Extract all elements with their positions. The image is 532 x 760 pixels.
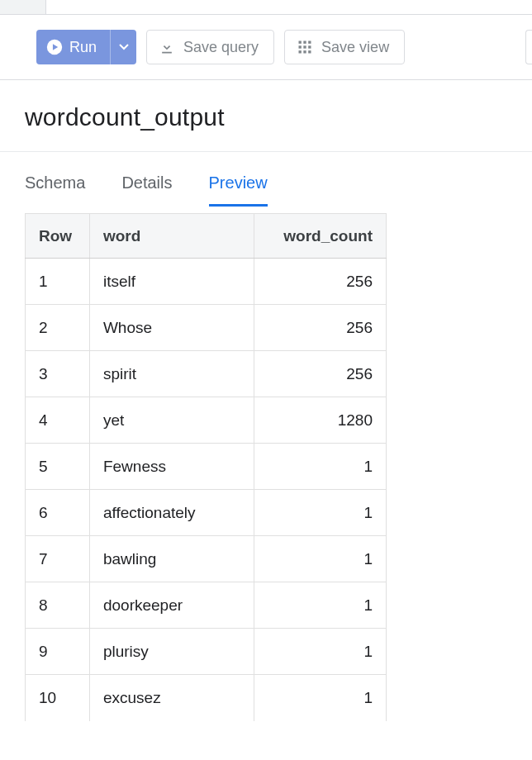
header-word-count: word_count: [254, 214, 387, 259]
table-row: 8doorkeeper1: [26, 582, 387, 629]
cell-word-count: 1280: [254, 397, 387, 444]
run-dropdown-button[interactable]: [110, 30, 136, 64]
svg-rect-9: [308, 50, 311, 53]
cell-word-count: 1: [254, 444, 387, 490]
run-button-group: Run: [36, 30, 136, 64]
tab-details[interactable]: Details: [121, 173, 172, 207]
play-icon: [46, 39, 63, 55]
svg-rect-1: [299, 41, 302, 44]
svg-rect-8: [303, 50, 306, 53]
save-view-button[interactable]: Save view: [284, 30, 405, 64]
tab-preview[interactable]: Preview: [209, 173, 268, 207]
table-row: 5Fewness1: [26, 444, 387, 490]
cell-row: 10: [26, 675, 90, 721]
cell-word: bawling: [89, 536, 254, 582]
table-row: 4yet1280: [26, 397, 387, 444]
cell-row: 4: [26, 397, 90, 444]
cell-word: affectionately: [89, 490, 254, 536]
svg-rect-6: [308, 45, 311, 48]
cell-word-count: 256: [254, 259, 387, 305]
preview-table: Row word word_count 1itself2562Whose2563…: [25, 213, 387, 721]
caret-down-icon: [119, 44, 129, 50]
cell-row: 3: [26, 351, 90, 397]
header-word: word: [89, 214, 254, 259]
cell-word: spirit: [89, 351, 254, 397]
save-query-button[interactable]: Save query: [146, 30, 274, 64]
run-button-label: Run: [69, 39, 97, 56]
table-row: 3spirit256: [26, 351, 387, 397]
cell-row: 6: [26, 490, 90, 536]
tab-stub[interactable]: [0, 0, 46, 14]
cell-word-count: 1: [254, 536, 387, 582]
download-icon: [159, 39, 175, 55]
svg-rect-7: [299, 50, 302, 53]
table-row: 6affectionately1: [26, 490, 387, 536]
table-row: 10excusez1: [26, 675, 387, 721]
cell-word: excusez: [89, 675, 254, 721]
cell-row: 5: [26, 444, 90, 490]
svg-rect-2: [303, 41, 306, 44]
cell-word: doorkeeper: [89, 582, 254, 629]
save-query-label: Save query: [183, 39, 259, 56]
cell-word-count: 256: [254, 305, 387, 351]
cell-word-count: 1: [254, 629, 387, 675]
table-header-row: Row word word_count: [26, 214, 387, 259]
run-button[interactable]: Run: [36, 30, 110, 64]
cell-word-count: 1: [254, 675, 387, 721]
query-toolbar: Run Save query Save view: [0, 15, 532, 80]
cell-row: 8: [26, 582, 90, 629]
result-tabs: Schema Details Preview: [0, 152, 532, 207]
page-title: wordcount_output: [25, 103, 532, 131]
editor-tabstrip: [0, 0, 532, 15]
table-row: 7bawling1: [26, 536, 387, 582]
cell-row: 7: [26, 536, 90, 582]
table-row: 9plurisy1: [26, 629, 387, 675]
table-row: 2Whose256: [26, 305, 387, 351]
preview-table-wrap: Row word word_count 1itself2562Whose2563…: [25, 213, 387, 721]
svg-rect-4: [299, 45, 302, 48]
cell-word: Fewness: [89, 444, 254, 490]
cell-word-count: 1: [254, 582, 387, 629]
cell-word: plurisy: [89, 629, 254, 675]
cell-word: Whose: [89, 305, 254, 351]
overflow-button-edge[interactable]: [525, 30, 532, 64]
save-view-label: Save view: [321, 39, 389, 56]
cell-word: yet: [89, 397, 254, 444]
cell-row: 2: [26, 305, 90, 351]
title-block: wordcount_output: [0, 80, 532, 152]
table-row: 1itself256: [26, 259, 387, 305]
cell-word-count: 256: [254, 351, 387, 397]
svg-rect-3: [308, 41, 311, 44]
cell-word: itself: [89, 259, 254, 305]
cell-row: 9: [26, 629, 90, 675]
grid-icon: [297, 39, 313, 55]
cell-row: 1: [26, 259, 90, 305]
svg-rect-5: [303, 45, 306, 48]
tab-schema[interactable]: Schema: [25, 173, 85, 207]
cell-word-count: 1: [254, 490, 387, 536]
header-row: Row: [26, 214, 90, 259]
